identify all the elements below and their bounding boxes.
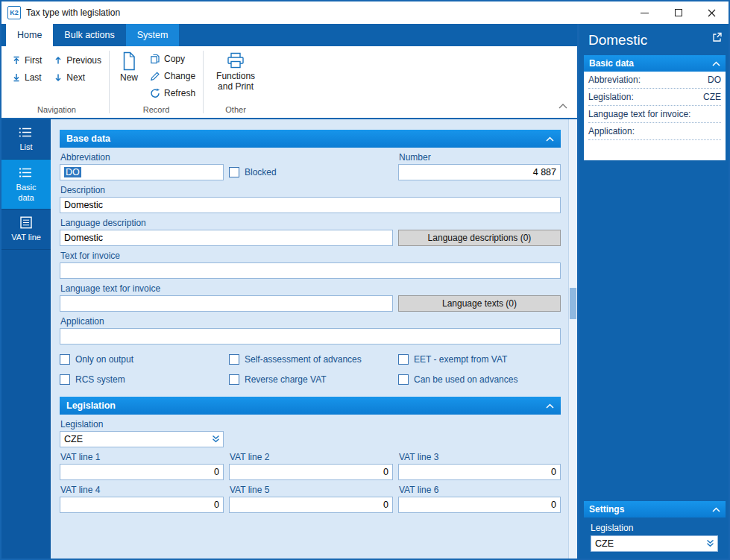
other-buttons: Functions and Print <box>211 49 260 102</box>
legislation-label: Legislation <box>60 419 561 430</box>
row-language-description: Language description Language descriptio… <box>60 213 561 246</box>
language-text-for-invoice-input[interactable] <box>60 295 393 312</box>
collapse-section-icon[interactable] <box>546 136 554 142</box>
section-header-legislation: Legislation <box>60 397 561 415</box>
collapse-section-icon[interactable] <box>546 403 554 409</box>
previous-label: Previous <box>66 55 101 66</box>
refresh-icon <box>150 88 160 98</box>
tab-system[interactable]: System <box>126 24 180 46</box>
legislation-combobox[interactable] <box>60 431 224 447</box>
first-label: First <box>25 55 42 66</box>
copy-button[interactable]: Copy <box>150 54 195 64</box>
vertical-scrollbar[interactable] <box>568 119 577 559</box>
language-descriptions-button[interactable]: Language descriptions (0) <box>398 230 561 246</box>
preview-row-legislation: Legislation: CZE <box>588 89 721 106</box>
maximize-button[interactable] <box>661 1 695 24</box>
preview-section-title: Basic data <box>589 58 712 69</box>
row-text-for-invoice: Text for invoice <box>60 246 561 279</box>
tab-home[interactable]: Home <box>6 24 53 46</box>
blocked-checkbox[interactable]: Blocked <box>229 167 393 177</box>
next-button[interactable]: Next <box>54 72 101 83</box>
reverse-charge-vat-checkbox[interactable]: Reverse charge VAT <box>229 374 393 385</box>
close-button[interactable] <box>695 1 729 24</box>
vat-line-1-label: VAT line 1 <box>60 452 224 462</box>
preview-row-label: Abbreviation: <box>588 75 641 85</box>
vat-line-5-input[interactable] <box>229 497 393 513</box>
eet-exempt-from-vat-checkbox[interactable]: EET - exempt from VAT <box>398 354 561 365</box>
window-body: Home Bulk actions System First Previous <box>1 24 729 559</box>
maximize-icon <box>675 9 682 16</box>
number-label: Number <box>399 152 561 163</box>
sidebar: List Basic data VAT line <box>1 119 51 559</box>
only-on-output-checkbox[interactable]: Only on output <box>60 354 224 365</box>
text-for-invoice-input[interactable] <box>60 262 561 279</box>
open-in-window-icon[interactable] <box>712 32 723 43</box>
change-button[interactable]: Change <box>150 71 195 81</box>
dropdown-icon[interactable] <box>705 539 715 547</box>
previous-icon <box>54 56 63 65</box>
number-input[interactable] <box>398 164 561 180</box>
row-language-text-for-invoice: Language text for invoice Language texts… <box>60 279 561 312</box>
app-window: K2 Tax type with legislation Home Bulk a… <box>0 0 730 560</box>
row-abbreviation: Abbreviation DO Blocked Number <box>60 148 561 180</box>
application-label: Application <box>60 316 561 327</box>
change-pencil-icon <box>150 71 160 81</box>
language-description-input[interactable] <box>60 230 393 246</box>
self-assessment-of-advances-checkbox[interactable]: Self-assessment of advances <box>229 354 393 365</box>
application-input[interactable] <box>60 328 561 345</box>
record-buttons: New Copy Change <box>117 49 195 102</box>
minimize-button[interactable] <box>628 1 661 24</box>
last-button[interactable]: Last <box>12 72 42 83</box>
vat-line-icon <box>19 216 33 229</box>
preview-basic-data-box: Abbreviation: DO Legislation: CZE Langua… <box>584 72 726 160</box>
vat-line-4-input[interactable] <box>60 497 224 513</box>
collapse-section-icon[interactable] <box>712 61 720 66</box>
functions-and-print-label: Functions and Print <box>214 72 257 92</box>
preview-title-row: Domestic <box>584 24 726 55</box>
vat-line-2-input[interactable] <box>229 464 393 480</box>
collapse-section-icon[interactable] <box>712 507 720 512</box>
last-icon <box>12 73 21 82</box>
description-input[interactable] <box>60 197 561 213</box>
language-texts-button[interactable]: Language texts (0) <box>398 295 561 312</box>
ribbon-group-record: New Copy Change <box>110 46 203 118</box>
checkbox-row-2: RCS system Reverse charge VAT Can be use… <box>60 374 561 385</box>
checkbox-label: EET - exempt from VAT <box>414 354 507 365</box>
abbreviation-input[interactable]: DO <box>60 164 224 180</box>
checkbox-label: Can be used on advances <box>414 374 517 385</box>
sidebar-item-label: VAT line <box>11 233 41 243</box>
new-button[interactable]: New <box>117 49 141 102</box>
checkbox-label: RCS system <box>75 374 125 385</box>
sidebar-item-basic-data[interactable]: Basic data <box>1 160 51 210</box>
vat-line-1-input[interactable] <box>60 464 224 480</box>
vat-line-3-input[interactable] <box>398 464 561 480</box>
tab-bulk-actions[interactable]: Bulk actions <box>53 24 125 46</box>
can-be-used-on-advances-checkbox[interactable]: Can be used on advances <box>398 374 561 385</box>
sidebar-item-list[interactable]: List <box>1 119 51 160</box>
settings-legislation-input[interactable] <box>591 535 718 552</box>
dropdown-icon[interactable] <box>211 435 221 443</box>
preview-basic-data-header: Basic data <box>584 55 726 72</box>
section-header-base-data: Base data <box>60 130 561 148</box>
checkbox-label: Reverse charge VAT <box>245 374 327 385</box>
ribbon-collapse-button[interactable] <box>558 98 567 112</box>
refresh-button[interactable]: Refresh <box>150 88 195 98</box>
scrollbar-thumb[interactable] <box>570 288 576 319</box>
other-group-label: Other <box>211 102 260 118</box>
legislation-input[interactable] <box>60 431 224 447</box>
navigation-group-label: Navigation <box>12 102 101 118</box>
settings-legislation-combobox[interactable] <box>591 535 718 552</box>
rcs-system-checkbox[interactable]: RCS system <box>60 374 224 385</box>
previous-button[interactable]: Previous <box>54 55 101 66</box>
new-label: New <box>120 73 138 84</box>
checkbox-box-icon <box>398 374 409 385</box>
sidebar-item-label: Basic data <box>11 183 41 204</box>
blocked-label: Blocked <box>245 167 277 177</box>
sidebar-item-vat-line[interactable]: VAT line <box>1 210 51 250</box>
functions-and-print-button[interactable]: Functions and Print <box>211 49 260 102</box>
form-area: Base data Abbreviation DO Blocked <box>51 119 568 559</box>
vat-line-6-input[interactable] <box>398 497 561 513</box>
close-icon <box>708 9 716 17</box>
preview-row-label: Language text for invoice: <box>588 109 690 119</box>
first-button[interactable]: First <box>12 55 42 66</box>
